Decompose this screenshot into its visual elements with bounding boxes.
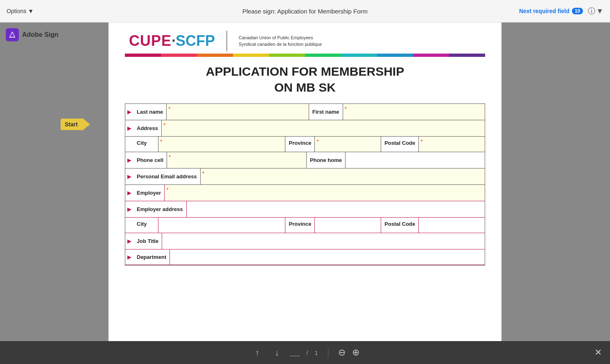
form-title-line1: APPLICATION FOR MEMBERSHIP [125,63,485,79]
first-name-input[interactable]: * [343,104,485,120]
page-number-input[interactable]: 1 [290,349,300,356]
phone-home-input[interactable] [345,152,485,168]
next-required-badge: 10 [572,8,583,14]
color-bar-segment-10 [449,54,485,57]
last-name-required: * [168,106,170,112]
color-bar-segment-2 [161,54,197,57]
phone-cell-arrow: ▶ [127,157,131,163]
adobe-logo [6,28,19,41]
address-nav[interactable]: ▶ [125,120,133,136]
help-button[interactable]: ⓘ ▼ [588,6,603,16]
phone-cell-input[interactable]: * [167,152,306,168]
province-required: * [316,138,319,145]
help-chevron: ▼ [596,7,603,16]
next-required-button[interactable]: Next required field 10 [519,8,583,14]
scfp-text: SCFP [176,32,215,49]
address-label: Address [133,120,161,136]
first-name-label: First name [309,104,343,120]
email-input[interactable]: * [200,169,485,184]
options-chevron: ▼ [28,8,34,14]
job-title-input[interactable] [162,233,485,249]
dept-arrow: ▶ [127,254,131,260]
emp-city-input[interactable] [158,218,285,233]
color-bar-segment-8 [377,54,413,57]
document-container: CUPE·SCFP Canadian Union of Public Emplo… [108,22,502,341]
main-area: Adobe Sign Start CUPE·SCFP Canadian Unio… [0,22,610,341]
color-bar-segment-1 [125,54,161,57]
department-row: ▶ Department [125,249,485,265]
cupe-header: CUPE·SCFP Canadian Union of Public Emplo… [125,31,485,51]
employer-address-label: Employer address [133,201,186,217]
city-province-postal-row: City * Province * Postal Code * [125,137,485,152]
cupe-logo: CUPE·SCFP [129,32,215,49]
last-name-nav[interactable]: ▶ [125,104,133,120]
options-button[interactable]: Options ▼ [7,8,34,14]
emp-postal-input[interactable] [418,218,485,233]
job-title-nav[interactable]: ▶ [125,233,133,249]
zoom-in-button[interactable]: ⊕ [352,347,359,358]
city-spacer [125,137,133,152]
phone-home-label: Phone home [306,152,345,168]
address-input[interactable]: * [161,120,485,136]
close-button[interactable]: ✕ [594,347,602,358]
first-name-required: * [345,106,347,112]
job-title-arrow: ▶ [127,238,131,244]
job-title-row: ▶ Job Title [125,233,485,249]
employer-input[interactable]: * [164,185,485,201]
dept-nav[interactable]: ▶ [125,249,133,265]
header-divider [226,31,227,51]
emp-city-label: City [133,218,158,233]
zoom-out-button[interactable]: ⊖ [338,347,346,358]
postal-input[interactable]: * [418,137,485,152]
emp-city-spacer [125,218,133,233]
email-row: ▶ Personal Email address * [125,169,485,185]
color-bar-segment-9 [413,54,449,57]
last-name-input[interactable]: * [166,104,308,120]
email-label: Personal Email address [133,169,200,184]
app-name: Adobe Sign [22,31,59,38]
employer-arrow: ▶ [127,190,131,196]
employer-required: * [166,186,168,193]
color-bar-segment-5 [269,54,305,57]
employer-address-nav[interactable]: ▶ [125,201,133,217]
employer-address-arrow: ▶ [127,206,131,212]
start-label: Start [61,119,82,130]
last-name-arrow: ▶ [127,109,131,115]
dept-input[interactable] [169,249,485,265]
subtitle-line1: Canadian Union of Public Employees [239,34,322,41]
scroll-up-button[interactable]: ↑ [251,346,264,359]
employer-address-input[interactable] [186,201,485,217]
emp-province-input[interactable] [314,218,381,233]
color-bar [125,54,485,57]
options-label: Options [7,8,26,14]
form-table: ▶ Last name * First name * ▶ Address * [125,103,485,265]
province-input[interactable]: * [314,137,381,152]
scroll-down-button[interactable]: ↓ [270,346,283,359]
postal-label: Postal Code [381,137,418,152]
city-required: * [160,138,162,145]
city-label: City [133,137,158,152]
cupe-subtitle: Canadian Union of Public Employees Syndi… [239,34,322,48]
phone-cell-nav[interactable]: ▶ [125,152,133,168]
toolbar-divider [328,348,328,357]
phone-cell-label: Phone cell [133,152,167,168]
email-nav[interactable]: ▶ [125,169,133,184]
cupe-text: CUPE [129,32,172,49]
color-bar-segment-3 [197,54,233,57]
emp-postal-label: Postal Code [381,218,418,233]
color-bar-segment-7 [341,54,377,57]
top-bar-right: Next required field 10 ⓘ ▼ [519,6,603,16]
form-title: APPLICATION FOR MEMBERSHIP ON MB SK [125,63,485,95]
email-required: * [202,170,204,177]
app-logo-area: Adobe Sign [6,28,59,41]
top-bar-left: Options ▼ [7,8,34,14]
document-title: Please sign: Application for Membership … [242,8,368,15]
employer-nav[interactable]: ▶ [125,185,133,201]
employer-address-row: ▶ Employer address [125,201,485,218]
employer-row: ▶ Employer * [125,185,485,201]
last-name-label: Last name [133,104,166,120]
city-input[interactable]: * [158,137,285,152]
address-arrow: ▶ [127,125,131,131]
start-arrow-icon [82,118,90,131]
emp-province-label: Province [285,218,314,233]
